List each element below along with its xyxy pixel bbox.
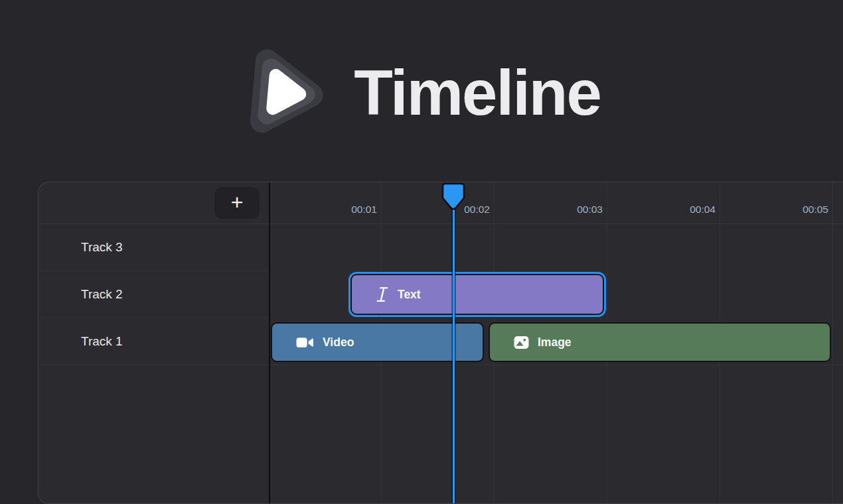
app-header: Timeline: [0, 0, 843, 186]
track-label: Track 1: [81, 334, 123, 349]
image-icon: [514, 336, 529, 349]
track-sidebar: + Track 3 Track 2 Track 1: [38, 182, 270, 503]
track-label: Track 2: [81, 287, 123, 302]
clip-text[interactable]: Text: [350, 274, 604, 315]
ruler-time-label: 00:03: [494, 182, 607, 223]
track-row-3[interactable]: Track 3: [38, 224, 269, 271]
play-logo-icon: [242, 46, 335, 139]
ruler-time-label: 00:05: [720, 182, 832, 223]
ruler-time-label: 00:02: [381, 182, 494, 223]
playhead-handle[interactable]: [441, 182, 466, 212]
track-row-1[interactable]: Track 1: [38, 318, 269, 365]
video-camera-icon: [296, 336, 314, 349]
add-track-button[interactable]: +: [214, 187, 260, 219]
ruler-gridline: [832, 182, 833, 503]
playhead-line[interactable]: [453, 205, 455, 503]
italic-text-icon: [376, 286, 389, 303]
track-row-2[interactable]: Track 2: [38, 271, 269, 318]
sidebar-header: +: [38, 182, 269, 224]
timeline-panel: + Track 3 Track 2 Track 1 Text: [38, 182, 843, 504]
clip-image[interactable]: Image: [489, 322, 831, 362]
ruler-divider: [270, 223, 843, 224]
track-label: Track 3: [81, 240, 123, 255]
tracks-divider: [270, 365, 843, 365]
page-title: Timeline: [354, 61, 601, 125]
ruler-time-label: 00:01: [268, 182, 381, 223]
page: { "header": { "title": "Timeline" }, "pa…: [0, 0, 843, 504]
timeline-area[interactable]: Text Video Image: [270, 182, 843, 503]
clip-label: Video: [323, 336, 354, 349]
ruler-time-label: 00:04: [607, 182, 720, 223]
clip-label: Text: [398, 288, 421, 302]
clip-label: Image: [538, 336, 572, 349]
